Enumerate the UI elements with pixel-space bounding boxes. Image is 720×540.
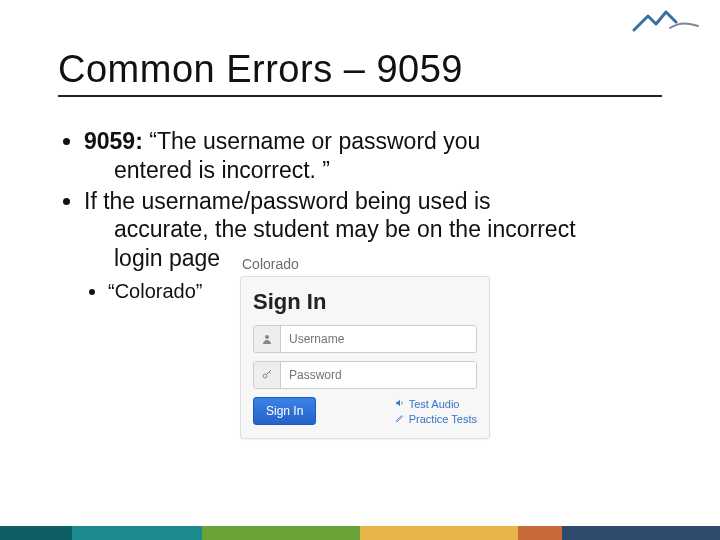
username-field-wrap: [253, 325, 477, 353]
speaker-icon: [395, 397, 405, 412]
mountain-logo: [632, 6, 702, 42]
bullet-2-text-b: accurate, the student may be on the inco…: [114, 215, 662, 244]
username-input[interactable]: [281, 326, 476, 352]
signin-screenshot: Colorado Sign In Sign In Test Audio: [240, 256, 490, 439]
practice-tests-link[interactable]: Practice Tests: [395, 412, 477, 427]
slide-title: Common Errors – 9059: [58, 48, 662, 91]
signin-button[interactable]: Sign In: [253, 397, 316, 425]
password-input[interactable]: [281, 362, 476, 388]
key-icon: [254, 362, 281, 388]
user-icon: [254, 326, 281, 352]
password-field-wrap: [253, 361, 477, 389]
svg-point-1: [263, 374, 267, 378]
bullet-1-text-b: entered is incorrect. ”: [114, 156, 662, 185]
footer-color-bar: [0, 526, 720, 540]
svg-point-0: [265, 335, 269, 339]
bullet-2-text-a: If the username/password being used is: [84, 188, 491, 214]
bullet-1-text-a: “The username or password you: [143, 128, 481, 154]
title-underline: [58, 95, 662, 97]
signin-links: Test Audio Practice Tests: [395, 397, 477, 428]
test-audio-link[interactable]: Test Audio: [395, 397, 477, 412]
practice-tests-label: Practice Tests: [409, 412, 477, 427]
test-audio-label: Test Audio: [409, 397, 460, 412]
bullet-1-label: 9059:: [84, 128, 143, 154]
bullet-1: 9059: “The username or password you ente…: [84, 127, 662, 185]
pencil-icon: [395, 412, 405, 427]
signin-heading: Sign In: [253, 289, 477, 315]
signin-panel: Sign In Sign In Test Audio: [240, 276, 490, 439]
signin-brand: Colorado: [242, 256, 490, 272]
